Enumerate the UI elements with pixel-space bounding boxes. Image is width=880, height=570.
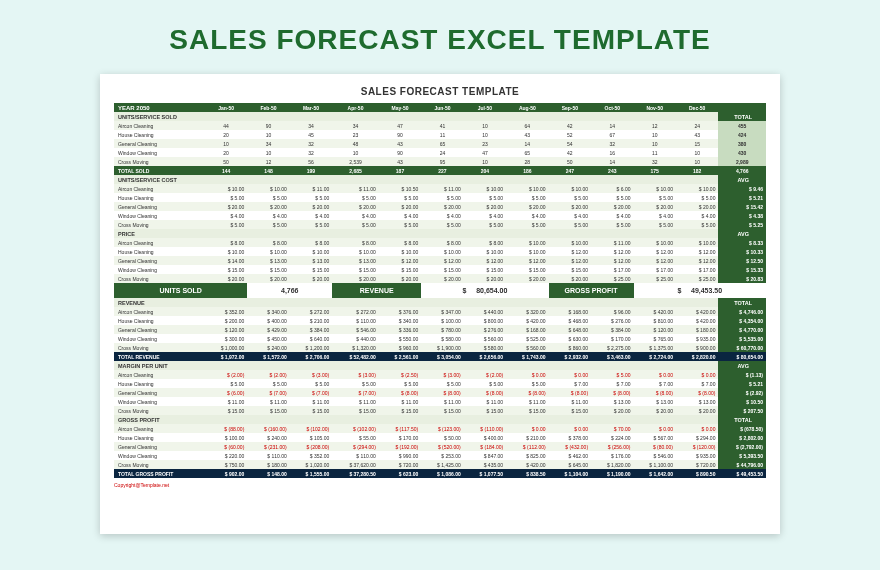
cell: $ 10.33 [718,247,766,256]
cell: $ 0.00 [549,424,591,433]
cell: $ 0.00 [634,424,676,433]
cell: $ 5.00 [332,220,379,229]
cell: $ 384.00 [290,325,332,334]
cell: $ 765.00 [634,334,676,343]
cell: $ 8.00 [332,238,379,247]
cell: $ 4.00 [506,211,548,220]
cell: $ 10.50 [718,397,766,406]
cell: $ 10.00 [549,184,591,193]
row-label: House Cleaning [114,193,205,202]
cell: $ (184.00) [464,442,506,451]
cell: $ 10.00 [247,247,289,256]
cell: $ 15.00 [379,406,421,415]
cell: $ 5.00 [205,379,247,388]
cell: TOTAL REVENUE [114,352,205,361]
cell: $ 5.00 [464,193,506,202]
cell: $ 800.00 [464,316,506,325]
cell: $ 2,724.00 [634,352,676,361]
cell: $ 4.00 [634,211,676,220]
cell: 430 [718,148,766,157]
cell: 44 [205,121,247,130]
cell: 2,989 [718,157,766,166]
cell: $ 20.00 [290,202,332,211]
cell: $ 12.00 [379,256,421,265]
cell: $ 52,482.00 [332,352,379,361]
cell: $ 240.00 [247,433,289,442]
cell: $ 20.00 [634,406,676,415]
cell: $ 4.00 [205,211,247,220]
cell: $ 5.00 [549,220,591,229]
cell: $ 13.00 [591,397,633,406]
cell: $ 20.00 [379,274,421,283]
cell: $ 8.00 [379,238,421,247]
cell: 424 [718,130,766,139]
copyright: Copyright@Template.net [114,482,766,488]
cell: $ (8.00) [634,388,676,397]
cell: $ 110.00 [332,316,379,325]
cell: 41 [421,121,463,130]
cell: $ 5.00 [332,193,379,202]
cell: $ 20.00 [205,202,247,211]
cell: $ 10.00 [464,184,506,193]
cell: $ 4.00 [332,211,379,220]
cell: $ 12.00 [506,256,548,265]
cell: $ 5.00 [379,193,421,202]
cell: $ 5.00 [464,220,506,229]
cell: $ 37,620.00 [332,460,379,469]
cell: 2,539 [332,157,379,166]
row-label: Cross Moving [114,460,205,469]
cell: $ 838.50 [506,469,548,478]
row-label: Aircon Cleaning [114,424,205,433]
cell: $ 935.00 [676,451,718,460]
cell: $ 0.00 [634,370,676,379]
month-header: Dec-50 [676,103,718,112]
cell: $ 5.00 [506,193,548,202]
cell: 10 [247,148,289,157]
cell: $ 224.00 [591,433,633,442]
cell: 43 [379,139,421,148]
cell: 24 [421,148,463,157]
cell: 14 [591,121,633,130]
cell: $ 4.00 [247,211,289,220]
cell: $ (231.00) [247,442,289,451]
cell: 175 [634,166,676,175]
cell: $ (7.00) [290,388,332,397]
row-label: Cross Moving [114,343,205,352]
row-label: General Cleaning [114,256,205,265]
cell: $ 4,354.00 [718,316,766,325]
section-header: UNITS/SERVICE SOLDTOTAL [114,112,766,121]
cell: $ 1,375.00 [634,343,676,352]
cell: $ 7.00 [549,379,591,388]
cell: $ 1,972.00 [205,352,247,361]
cell: $ 5.00 [676,220,718,229]
cell: $ 5.00 [676,193,718,202]
cell: $ (520.00) [421,442,463,451]
cell: $ 1,077.50 [464,469,506,478]
cell: 10 [634,130,676,139]
cell: $ 272.00 [290,307,332,316]
month-header: Sep-50 [549,103,591,112]
row-label: Cross Moving [114,274,205,283]
cell: 45 [290,130,332,139]
table-row: House Cleaning20104523901110435267104342… [114,130,766,139]
cell: $ 210.00 [290,316,332,325]
cell: $ 5.00 [379,220,421,229]
cell: $ 1,555.00 [290,469,332,478]
cell: $ 20.00 [464,202,506,211]
row-label: General Cleaning [114,139,205,148]
cell: $ 11.00 [290,397,332,406]
cell: $ (123.00) [421,424,463,433]
cell: $ 170.00 [379,433,421,442]
cell: $ (7.00) [332,388,379,397]
table-row: Window Cleaning2010321090244765421611104… [114,148,766,157]
cell: 90 [379,148,421,157]
cell: $ 440.00 [332,334,379,343]
cell: $ 11.00 [332,397,379,406]
cell: 56 [290,157,332,166]
cell: $ 7.00 [591,379,633,388]
cell: 32 [290,139,332,148]
cell: 65 [421,139,463,148]
cell: $ 240.00 [247,343,289,352]
cell: $ (2.00) [205,370,247,379]
cell: 204 [464,166,506,175]
